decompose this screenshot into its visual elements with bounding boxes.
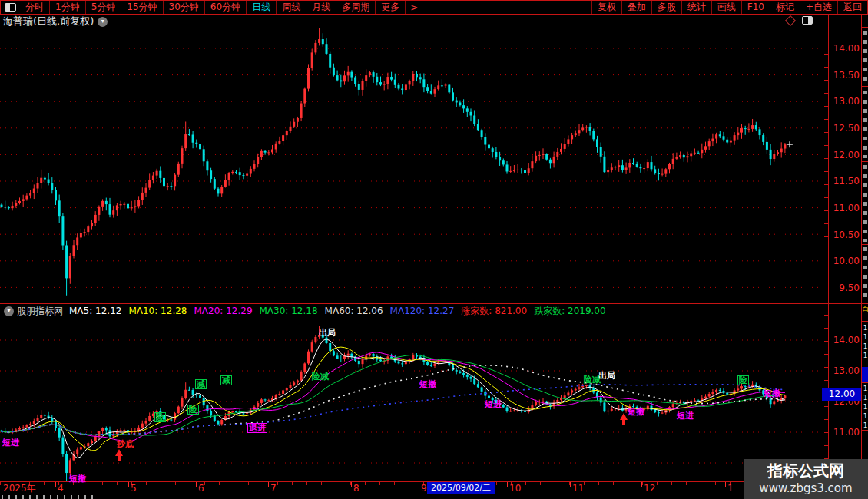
main-axis-label: 10.50 xyxy=(832,230,860,240)
split-pane-icon[interactable] xyxy=(802,16,813,25)
menu-item-月线[interactable]: 月线 xyxy=(306,1,336,14)
main-axis-label: 12.00 xyxy=(832,150,860,160)
signal-label-短进: 短进 xyxy=(677,411,694,421)
signal-label-抄底: 抄底 xyxy=(117,440,134,449)
buy-arrow-icon xyxy=(115,449,123,456)
more-arrow-icon[interactable]: > xyxy=(406,2,422,13)
indicator-value-MA5: MA5: 12.12 xyxy=(69,306,121,316)
page-title: 海普瑞(日线.前复权) xyxy=(3,15,94,28)
tools-menu: 复权叠加多股统计画线F10标记+自选返回 xyxy=(591,1,867,14)
right-strip-tab[interactable]: 自 xyxy=(862,306,868,313)
signal-label-险减: 险减 xyxy=(312,372,329,382)
crosshair-date-badge: 2025/09/02/二 xyxy=(427,482,495,494)
menu-item-60分钟[interactable]: 60分钟 xyxy=(205,1,247,14)
signal-label-短撤: 短撤 xyxy=(628,408,644,417)
panel-divider xyxy=(0,303,868,304)
indicator-sub-chart[interactable] xyxy=(0,319,823,481)
month-label-4: 4 xyxy=(58,484,64,494)
signal-label-出局: 出局 xyxy=(319,329,336,338)
menu-item-多周期[interactable]: 多周期 xyxy=(336,1,376,14)
indicator-value-MA10: MA10: 12.28 xyxy=(128,306,187,316)
menu-item-返回[interactable]: 返回 xyxy=(837,1,867,14)
title-dropdown-icon[interactable]: ▾ xyxy=(98,17,108,27)
month-label-11: 11 xyxy=(572,484,584,494)
month-label-6: 6 xyxy=(198,484,204,494)
signal-label-短撤: 短撤 xyxy=(419,380,436,389)
main-axis-label: 14.00 xyxy=(832,44,860,53)
menu-item-F10[interactable]: F10 xyxy=(741,1,770,14)
menu-item-日线[interactable]: 日线 xyxy=(247,1,277,14)
stock-app-window: { "toolbar": { "left_items": ["分时","1分钟"… xyxy=(0,0,868,499)
buy-arrow-icon xyxy=(620,413,628,420)
chart-title-row: 海普瑞(日线.前复权) ▾ xyxy=(0,15,827,28)
main-axis-label: 9.50 xyxy=(832,283,860,292)
menu-item-多股[interactable]: 多股 xyxy=(651,1,681,14)
menu-item-5分钟[interactable]: 5分钟 xyxy=(86,1,122,14)
indicator-collapse-icon[interactable]: ▾ xyxy=(4,306,14,316)
indicator-value-涨家数: 涨家数: 821.00 xyxy=(461,305,527,318)
signal-label-险: 险 xyxy=(737,375,749,385)
menu-item-叠加[interactable]: 叠加 xyxy=(621,1,651,14)
signal-label-短撤: 短撤 xyxy=(764,389,780,398)
month-label-1: 1 xyxy=(727,484,734,494)
signal-label-退进: 退进 xyxy=(247,423,267,433)
watermark-site-name: 指标公式网 xyxy=(744,461,868,481)
signal-label-短撤: 短撤 xyxy=(69,474,86,484)
indicator-source-label: 股朋指标网 xyxy=(17,305,63,318)
menu-item-更多[interactable]: 更多 xyxy=(376,1,406,14)
main-axis-label: 12.50 xyxy=(832,124,860,133)
main-axis-label: 13.00 xyxy=(832,97,860,106)
sub-axis-label: 13.00 xyxy=(832,366,860,375)
signal-label-减: 减 xyxy=(195,379,207,389)
menu-item-周线[interactable]: 周线 xyxy=(277,1,306,14)
year-label: 2025年 xyxy=(3,484,36,494)
window-layout-icon[interactable] xyxy=(5,3,16,12)
indicator-value-MA20: MA20: 12.29 xyxy=(194,306,252,316)
period-menu: 分时1分钟5分钟15分钟30分钟60分钟日线周线月线多周期更多> xyxy=(1,1,422,14)
month-label-12: 12 xyxy=(644,484,655,494)
month-label-8: 8 xyxy=(353,484,359,494)
menu-item-15分钟[interactable]: 15分钟 xyxy=(121,1,163,14)
watermark: 指标公式网 www.zbgs3.com xyxy=(744,459,868,499)
menu-item-+自选[interactable]: +自选 xyxy=(800,1,837,14)
watermark-url: www.zbgs3.com xyxy=(744,481,868,496)
menu-item-分时[interactable]: 分时 xyxy=(20,1,50,14)
clipped-next-panel xyxy=(0,494,744,499)
sub-axis-label: 11.00 xyxy=(832,428,860,437)
price-axis-line xyxy=(828,15,829,494)
indicator-value-MA60: MA60: 12.06 xyxy=(325,306,383,316)
signal-label-短进: 短进 xyxy=(2,438,19,448)
month-label-9: 9 xyxy=(421,484,427,494)
main-axis-label: 10.00 xyxy=(832,256,860,266)
main-axis-label: 11.50 xyxy=(832,177,860,186)
month-label-5: 5 xyxy=(131,484,137,494)
signal-label-短进: 短进 xyxy=(485,400,502,409)
menu-item-画线[interactable]: 画线 xyxy=(711,1,741,14)
indicator-header: ▾ 股朋指标网 MA5: 12.12MA10: 12.28MA20: 12.29… xyxy=(0,305,827,317)
indicator-value-MA30: MA30: 12.18 xyxy=(260,306,318,316)
month-label-10: 10 xyxy=(509,484,521,494)
menu-item-30分钟[interactable]: 30分钟 xyxy=(164,1,205,14)
indicator-value-跌家数: 跌家数: 2019.00 xyxy=(534,305,605,318)
signal-label-减: 减 xyxy=(220,375,232,385)
main-candlestick-chart[interactable] xyxy=(0,28,828,301)
indicator-value-MA120: MA120: 12.27 xyxy=(390,306,455,316)
right-panel-edge: 自1 1 1 1 1 1 1 1 1 xyxy=(861,0,868,499)
current-price-marker: 12.00 xyxy=(822,388,862,401)
sub-axis-label: 14.00 xyxy=(832,335,860,345)
right-strip-selection xyxy=(862,367,868,382)
menu-item-1分钟[interactable]: 1分钟 xyxy=(50,1,86,14)
signal-label-险: 险 xyxy=(187,405,199,415)
diamond-marker-icon[interactable] xyxy=(785,15,796,25)
menu-item-统计[interactable]: 统计 xyxy=(681,1,711,14)
top-menubar: 分时1分钟5分钟15分钟30分钟60分钟日线周线月线多周期更多> 复权叠加多股统… xyxy=(0,0,868,15)
menu-item-复权[interactable]: 复权 xyxy=(591,1,621,14)
month-label-7: 7 xyxy=(270,484,277,494)
signal-label-险: 险 xyxy=(154,412,166,422)
main-axis-label: 11.00 xyxy=(832,203,860,213)
signal-label-出局: 出局 xyxy=(598,372,615,381)
menu-item-标记[interactable]: 标记 xyxy=(770,1,800,14)
main-axis-label: 13.50 xyxy=(832,71,860,80)
